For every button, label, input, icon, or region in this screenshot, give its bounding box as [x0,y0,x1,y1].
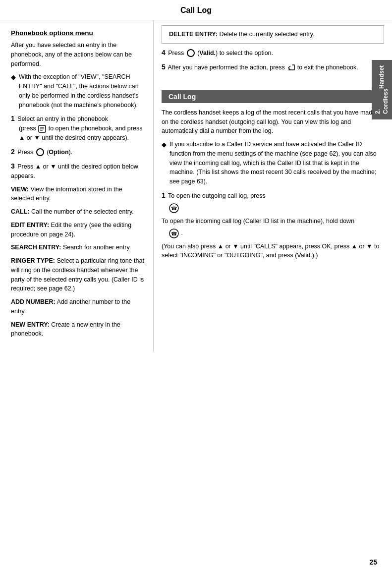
option-add-number-label: ADD NUMBER: [11,298,56,305]
option-ringer-type: RINGER TYPE: Select a particular ring to… [11,256,145,293]
step-1-sub: (press to open the phonebook, and press … [19,124,145,143]
page-number: 25 [369,558,377,566]
option-new-entry: NEW ENTRY: Create a new entry in the pho… [11,320,145,339]
step-3-num: 3 [11,162,15,170]
delete-entry-label: DELETE ENTRY: [169,31,218,38]
option-new-entry-label: NEW ENTRY: [11,321,50,328]
phonebook-icon [38,124,47,133]
valid-circle-icon-4 [187,49,195,57]
side-tab-line2: Handset [378,65,386,89]
option-call-label: CALL: [11,208,30,215]
phonebook-options-header: Phonebook options menu [11,29,145,37]
side-tab-line1: 2. Cordless [374,89,390,114]
right-inner: DELETE ENTRY: Delete the currently selec… [154,20,392,269]
step-2-num: 2 [11,148,15,156]
bullet-diamond-icon: ◆ [11,72,16,110]
caller-id-text: If you subscribe to a Caller ID service … [169,140,384,186]
right-step-1-sub1-text: To open the incoming call log (Caller ID… [162,218,354,225]
option-search-entry: SEARCH ENTRY: Search for another entry. [11,243,145,252]
page-title: Call Log [0,0,392,20]
call-log-bar: Call Log [162,90,384,103]
step-3: 3 Press ▲ or ▼ until the desired option … [11,161,145,181]
option-search-entry-label: SEARCH ENTRY: [11,244,61,251]
svg-text:☎: ☎ [171,231,177,236]
bullet-1-text: With the exception of "VIEW", "SEARCH EN… [19,72,145,110]
step-1-text: Select an entry in the phonebook [17,115,108,122]
step-3-text: Press ▲ or ▼ until the desired option be… [11,163,138,179]
right-step-4: 4 Press (Valid.) to select the option. [162,48,384,58]
right-step-1-sub1-block: To open the incoming call log (Caller ID… [162,217,384,226]
right-step-1-num: 1 [162,191,166,199]
right-column: DELETE ENTRY: Delete the currently selec… [154,20,392,351]
delete-entry-box: DELETE ENTRY: Delete the currently selec… [162,25,384,44]
left-column: Phonebook options menu After you have se… [0,20,154,351]
option-edit-entry: EDIT ENTRY: Edit the entry (see the edit… [11,221,145,239]
option-call: CALL: Call the number of the selected en… [11,207,145,217]
option-search-entry-text: Search for another entry. [63,244,131,251]
option-ringer-type-label: RINGER TYPE: [11,257,55,264]
svg-text:☎: ☎ [171,206,177,211]
caller-id-bullet: ◆ If you subscribe to a Caller ID servic… [162,140,384,186]
right-step-4-num: 4 [162,49,166,57]
step-1: 1 Select an entry in the phonebook (pres… [11,114,145,143]
right-step-1-sub2-text: (You can also press ▲ or ▼ until "CALLS"… [162,243,379,259]
return-icon [286,64,297,71]
step-1-num: 1 [11,114,15,122]
bullet-item-1: ◆ With the exception of "VIEW", "SEARCH … [11,72,145,110]
right-step-1-sub1b-text: . [181,229,182,236]
right-step-1-text: To open the outgoing call log, press [168,192,266,199]
caller-id-diamond-icon: ◆ [162,140,167,186]
option-call-text: Call the number of the selected entry. [31,208,134,215]
delete-entry-text: Delete the currently selected entry. [219,31,314,38]
option-circle-icon [36,148,44,156]
right-step-1: 1 To open the outgoing call log, press ☎… [162,190,384,260]
right-step-1-sub1b-block: ☎ . [168,228,384,239]
call-log-intro: The cordless handset keeps a log of the … [162,108,384,136]
option-view-label: VIEW: [11,186,29,193]
right-step-5-num: 5 [162,63,166,71]
phonebook-intro: After you have selected an entry in the … [11,41,145,68]
right-step-1-sub2-block: (You can also press ▲ or ▼ until "CALLS"… [162,242,384,261]
right-step-5: 5 After you have performed the action, p… [162,62,384,72]
option-view: VIEW: View the information stored in the… [11,185,145,204]
step-2: 2 Press (Option). [11,147,145,157]
side-tab: 2. Cordless Handset [372,60,392,119]
option-add-number: ADD NUMBER: Add another number to the en… [11,297,145,316]
call-log-phone-hold-icon: ☎ [168,228,179,239]
option-edit-entry-label: EDIT ENTRY: [11,222,49,229]
call-log-phone-icon: ☎ [168,203,179,214]
